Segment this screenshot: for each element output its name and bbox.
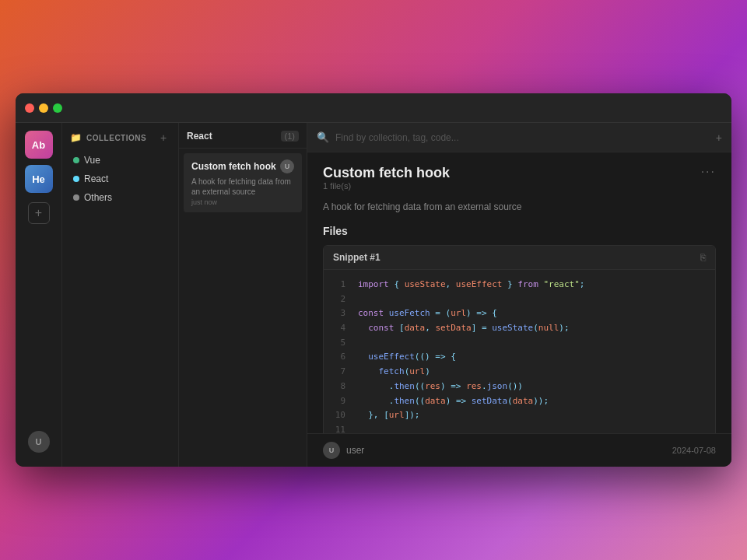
collection-item-react[interactable]: React (65, 170, 175, 188)
snippet-time: just now (191, 198, 294, 206)
detail-title: Custom fetch hook (323, 165, 450, 181)
footer-date: 2024-07-08 (672, 446, 716, 455)
collection-others-label: Others (84, 192, 112, 203)
detail-title-row: Custom fetch hook 1 file(s) ··· (323, 165, 716, 197)
code-line-4: 4 const [data, setData] = useState(null)… (333, 321, 706, 336)
search-input[interactable] (335, 132, 710, 143)
left-sidebar: Ab He + U (16, 123, 62, 467)
more-options-button[interactable]: ··· (701, 165, 716, 179)
traffic-lights (25, 103, 62, 113)
code-line-11: 11 (333, 423, 706, 433)
middle-panels: React (1) Custom fetch hook U A hook for… (179, 123, 731, 467)
snippet-user-badge: U (280, 159, 294, 173)
footer-user-avatar: U (323, 442, 340, 459)
vue-dot (73, 157, 79, 163)
code-line-8: 8 .then((res) => res.json()) (333, 380, 706, 394)
user-avatar-bottom[interactable]: U (28, 431, 50, 453)
collection-vue-label: Vue (84, 155, 100, 166)
snippets-collection-title: React (187, 131, 212, 142)
minimize-button[interactable] (39, 103, 48, 113)
code-line-3: 3 const useFetch = (url) => { (333, 306, 706, 321)
files-section-title: Files (323, 225, 716, 237)
collections-add-button[interactable]: + (156, 131, 170, 145)
code-line-2: 2 (333, 292, 706, 307)
detail-search-row: 🔍 + (307, 123, 731, 152)
detail-panel: 🔍 + Custom fetch hook 1 file(s) ··· A ho… (307, 123, 731, 467)
snippets-header: React (1) (179, 123, 307, 149)
collection-react-label: React (84, 173, 108, 184)
code-line-9: 9 .then((data) => setData(data)); (333, 394, 706, 409)
footer-user: U user (323, 442, 364, 459)
snippet-item-desc: A hook for fetching data from an externa… (191, 177, 294, 197)
snippet-item-title: Custom fetch hook (191, 161, 276, 172)
code-line-10: 10 }, [url]); (333, 408, 706, 423)
code-line-7: 7 fetch(url) (333, 365, 706, 380)
collections-label: COLLECTIONS (86, 134, 146, 142)
detail-files-count: 1 file(s) (323, 181, 450, 191)
snippet-card-title: Snippet #1 (333, 252, 381, 263)
code-line-5: 5 (333, 336, 706, 351)
snippet-list-item[interactable]: Custom fetch hook U A hook for fetching … (184, 153, 302, 212)
global-add-button[interactable]: + (716, 131, 722, 144)
code-line-1: 1 import { useState, useEffect } from "r… (333, 278, 706, 292)
sidebar-add-button[interactable]: + (28, 202, 50, 224)
avatar-he[interactable]: He (25, 165, 53, 193)
collection-item-others[interactable]: Others (65, 188, 175, 207)
others-dot (73, 194, 79, 201)
snippet-title-row: Custom fetch hook U (191, 159, 294, 173)
copy-button[interactable]: ⎘ (700, 252, 706, 263)
collections-panel: 📁 COLLECTIONS + Vue React Others (62, 123, 179, 467)
detail-description: A hook for fetching data from an externa… (323, 201, 716, 212)
collections-header: 📁 COLLECTIONS + (62, 123, 178, 151)
search-icon: 🔍 (317, 131, 329, 143)
app-window: Ab He + U 📁 COLLECTIONS + (16, 93, 731, 467)
snippets-panel: React (1) Custom fetch hook U A hook for… (179, 123, 307, 467)
collections-title-row: 📁 COLLECTIONS (70, 132, 146, 143)
snippet-code-card: Snippet #1 ⎘ 1 import { useState, useEff… (323, 245, 716, 433)
detail-footer: U user 2024-07-08 (307, 433, 731, 467)
footer-username: user (346, 445, 364, 456)
main-content: Ab He + U 📁 COLLECTIONS + (16, 123, 731, 467)
code-line-6: 6 useEffect(() => { (333, 350, 706, 365)
detail-content: Custom fetch hook 1 file(s) ··· A hook f… (307, 152, 731, 433)
avatar-ab[interactable]: Ab (25, 131, 53, 159)
react-dot (73, 176, 79, 182)
sidebar-bottom: U (28, 431, 50, 459)
collection-item-vue[interactable]: Vue (65, 151, 175, 170)
code-block: 1 import { useState, useEffect } from "r… (324, 270, 715, 433)
snippet-card-body: 1 import { useState, useEffect } from "r… (324, 270, 715, 433)
maximize-button[interactable] (53, 103, 62, 113)
folder-icon: 📁 (70, 132, 82, 143)
title-bar (16, 93, 731, 123)
snippets-count: (1) (281, 131, 299, 142)
snippet-card-header: Snippet #1 ⎘ (324, 246, 715, 270)
close-button[interactable] (25, 103, 34, 113)
